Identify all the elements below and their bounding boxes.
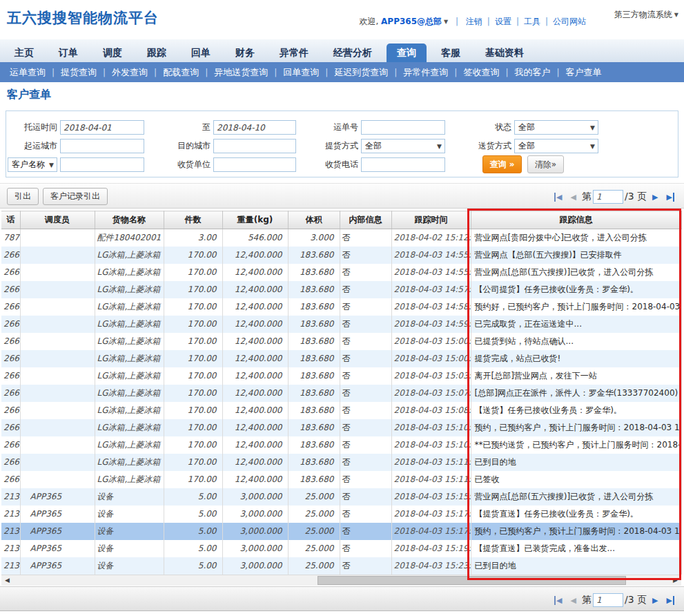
ship-time-end-input[interactable] <box>213 120 296 135</box>
delivery-method-select[interactable]: 全部▼ <box>514 139 598 153</box>
pickup-method-select[interactable]: 全部▼ <box>361 139 445 153</box>
tab-9[interactable]: 查询 <box>387 44 427 62</box>
dest-city-input[interactable] <box>213 139 296 153</box>
next-page-icon[interactable]: ▶ <box>652 596 658 605</box>
cell: 12,400.000 <box>222 454 288 471</box>
system-switcher[interactable]: 第三方物流系统▼ <box>614 9 678 21</box>
origin-city-input[interactable] <box>60 139 144 153</box>
export-records-button[interactable]: 客户记录引出 <box>43 188 108 205</box>
page-total: /3 页 <box>625 594 647 606</box>
tab-4[interactable]: 跟踪 <box>137 44 177 62</box>
last-page-icon[interactable]: ▶ <box>667 596 674 605</box>
table-row[interactable]: 213APP365设备5.003,000.00025.000否2018-04-0… <box>1 557 681 575</box>
scrollbar-thumb[interactable] <box>317 576 626 585</box>
subnav-item-9[interactable]: 签收查询 <box>463 67 499 77</box>
customer-name-input[interactable] <box>60 157 144 172</box>
tab-1[interactable]: 主页 <box>4 44 44 62</box>
tab-5[interactable]: 回单 <box>181 44 221 62</box>
column-header[interactable]: 内部信息 <box>340 211 391 229</box>
header-link-1[interactable]: 注销 <box>466 17 482 26</box>
consignee-input[interactable] <box>213 157 296 172</box>
consignee-phone-input[interactable] <box>361 157 445 172</box>
tab-11[interactable]: 基础资料 <box>475 44 534 62</box>
cell: 3,000.000 <box>222 540 288 557</box>
table-row[interactable]: 266LG冰箱,上菱冰箱170.0012,400.000183.680否2018… <box>1 385 681 402</box>
table-row[interactable]: 266LG冰箱,上菱冰箱170.0012,400.000183.680否2018… <box>1 316 681 333</box>
prev-page-icon[interactable]: ◀ <box>571 193 576 202</box>
column-header[interactable]: 调度员 <box>20 211 95 229</box>
subnav-item-7[interactable]: 延迟到货查询 <box>334 67 388 77</box>
last-page-icon[interactable]: ▶ <box>667 193 674 202</box>
tab-3[interactable]: 调度 <box>92 44 133 62</box>
page: 五六搜搜智能物流平台 欢迎, APP365@总部▼ | 注销|设置|工具|公司网… <box>0 0 684 616</box>
clear-button[interactable]: 清除» <box>527 155 564 173</box>
ship-time-input[interactable] <box>60 120 144 135</box>
table-row[interactable]: 213APP365设备5.003,000.00025.000否2018-04-0… <box>1 506 681 523</box>
cell: 否 <box>340 471 391 488</box>
prev-page-icon[interactable]: ◀ <box>571 596 576 605</box>
column-header[interactable]: 货物名称 <box>95 211 164 229</box>
table-row[interactable]: 213APP365设备5.003,000.00025.000否2018-04-0… <box>1 488 681 506</box>
tab-6[interactable]: 财务 <box>225 44 265 62</box>
table-row[interactable]: 266LG冰箱,上菱冰箱170.0012,400.000183.680否2018… <box>1 419 681 436</box>
page-input[interactable] <box>593 593 623 607</box>
table-row[interactable]: 266LG冰箱,上菱冰箱170.0012,400.000183.680否2018… <box>1 436 681 454</box>
subnav-item-8[interactable]: 异常件查询 <box>403 67 448 77</box>
search-button[interactable]: 查询 » <box>482 155 522 173</box>
column-header[interactable]: 体积 <box>288 211 340 229</box>
table-row[interactable]: 213APP365设备5.003,000.00025.000否2018-04-0… <box>1 540 681 557</box>
table-row[interactable]: 266LG冰箱,上菱冰箱170.0012,400.000183.680否2018… <box>1 454 681 471</box>
user-menu[interactable]: APP365@总部▼ <box>381 17 448 26</box>
table-row[interactable]: 266LG冰箱,上菱冰箱170.0012,400.000183.680否2018… <box>1 298 681 316</box>
scroll-left-icon[interactable]: ◀ <box>5 577 10 584</box>
tab-8[interactable]: 经营分析 <box>323 44 382 62</box>
horizontal-scrollbar[interactable]: ◀ ▶ <box>1 575 681 586</box>
subnav-item-4[interactable]: 配载查询 <box>163 67 199 77</box>
column-header[interactable]: 件数 <box>164 211 222 229</box>
export-button[interactable]: 引出 <box>7 188 39 205</box>
tab-10[interactable]: 客服 <box>431 44 471 62</box>
column-header[interactable]: 跟踪信息 <box>471 211 681 229</box>
ship-time-label: 托运时间 <box>8 120 57 135</box>
subnav-item-10[interactable]: 我的客户 <box>514 67 550 77</box>
table-row[interactable]: 266LG冰箱,上菱冰箱170.0012,400.000183.680否2018… <box>1 471 681 488</box>
subnav-item-3[interactable]: 外发查询 <box>112 67 148 77</box>
tab-2[interactable]: 订单 <box>48 44 88 62</box>
customer-field-value: 客户名称 <box>12 158 45 171</box>
header-link-2[interactable]: 设置 <box>495 17 511 26</box>
cell: 183.680 <box>288 367 340 385</box>
next-page-icon[interactable]: ▶ <box>652 193 658 202</box>
customer-field-select[interactable]: 客户名称▼ <box>8 157 57 172</box>
header-link-4[interactable]: 公司网站 <box>553 17 586 26</box>
table-row[interactable]: 266LG冰箱,上菱冰箱170.0012,400.000183.680否2018… <box>1 247 681 264</box>
table-row[interactable]: 787配件1804020013.00546.0003.000否2018-04-0… <box>1 229 681 247</box>
subnav-item-5[interactable]: 异地送货查询 <box>214 67 268 77</box>
first-page-icon[interactable]: ◀ <box>554 193 562 202</box>
column-header[interactable]: 跟踪时间 <box>391 211 471 229</box>
subnav-item-1[interactable]: 运单查询 <box>10 67 46 77</box>
cell: 266 <box>1 402 20 419</box>
table-row[interactable]: 213APP365设备5.003,000.00025.000否2018-04-0… <box>1 523 681 540</box>
column-header[interactable]: 重量(kg) <box>222 211 288 229</box>
scroll-right-icon[interactable]: ▶ <box>673 577 678 584</box>
waybill-input[interactable] <box>361 120 445 135</box>
subnav-item-2[interactable]: 提货查询 <box>61 67 97 77</box>
header-link-3[interactable]: 工具 <box>524 17 540 26</box>
table-row[interactable]: 266LG冰箱,上菱冰箱170.0012,400.000183.680否2018… <box>1 281 681 298</box>
header-links: 注销|设置|工具|公司网站 <box>466 17 586 26</box>
table-row[interactable]: 266LG冰箱,上菱冰箱170.0012,400.000183.680否2018… <box>1 402 681 419</box>
status-select[interactable]: 全部▼ <box>514 120 598 135</box>
table-row[interactable]: 266LG冰箱,上菱冰箱170.0012,400.000183.680否2018… <box>1 264 681 281</box>
page-input[interactable] <box>593 190 623 204</box>
table-row[interactable]: 266LG冰箱,上菱冰箱170.0012,400.000183.680否2018… <box>1 333 681 350</box>
cell: 否 <box>340 488 391 506</box>
subnav-item-11[interactable]: 客户查单 <box>565 67 601 77</box>
cell: 否 <box>340 264 391 281</box>
table-row[interactable]: 266LG冰箱,上菱冰箱170.0012,400.000183.680否2018… <box>1 367 681 385</box>
subnav-item-6[interactable]: 回单查询 <box>283 67 319 77</box>
table-row[interactable]: 266LG冰箱,上菱冰箱170.0012,400.000183.680否2018… <box>1 350 681 367</box>
cell: LG冰箱,上菱冰箱 <box>95 454 164 471</box>
first-page-icon[interactable]: ◀ <box>554 596 562 605</box>
column-header[interactable]: 话 <box>1 211 20 229</box>
tab-7[interactable]: 异常件 <box>269 44 319 62</box>
